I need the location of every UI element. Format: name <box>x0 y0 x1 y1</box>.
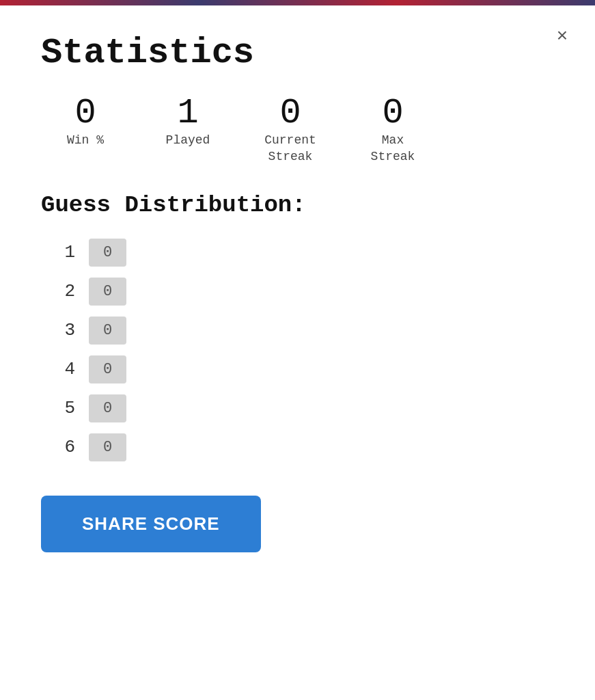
stat-max-streak: 0 Max Streak <box>362 94 424 165</box>
distribution-bar-4: 0 <box>89 355 126 383</box>
distribution-label-5: 5 <box>61 398 75 418</box>
distribution-bar-1: 0 <box>89 239 126 267</box>
distribution-row-6: 6 0 <box>61 433 554 461</box>
distribution-row-2: 2 0 <box>61 278 554 306</box>
close-button[interactable]: × <box>557 26 568 45</box>
distribution-label-3: 3 <box>61 320 75 340</box>
guess-distribution-title: Guess Distribution: <box>41 192 554 218</box>
current-streak-value: 0 <box>279 94 301 133</box>
played-value: 1 <box>177 94 198 133</box>
win-percent-value: 0 <box>74 94 96 133</box>
statistics-modal: × Statistics 0 Win % 1 Played 0 Current … <box>0 5 595 700</box>
top-decorative-bar <box>0 0 595 5</box>
max-streak-label: Max Streak <box>371 133 415 165</box>
distribution-list: 1 0 2 0 3 0 4 0 5 0 6 0 <box>41 239 554 461</box>
stat-win-percent: 0 Win % <box>55 94 116 165</box>
current-streak-label: Current Streak <box>264 133 316 165</box>
distribution-bar-5: 0 <box>89 394 126 422</box>
stat-played: 1 Played <box>157 94 219 165</box>
distribution-bar-6: 0 <box>89 433 126 461</box>
distribution-row-3: 3 0 <box>61 317 554 345</box>
statistics-title: Statistics <box>41 33 554 73</box>
distribution-row-1: 1 0 <box>61 239 554 267</box>
stats-row: 0 Win % 1 Played 0 Current Streak 0 Max … <box>41 94 554 165</box>
distribution-row-4: 4 0 <box>61 355 554 383</box>
distribution-row-5: 5 0 <box>61 394 554 422</box>
distribution-label-6: 6 <box>61 437 75 457</box>
played-label: Played <box>166 133 210 148</box>
win-percent-label: Win % <box>67 133 104 148</box>
distribution-label-2: 2 <box>61 281 75 301</box>
stat-current-streak: 0 Current Streak <box>260 94 321 165</box>
distribution-bar-3: 0 <box>89 317 126 345</box>
distribution-bar-2: 0 <box>89 278 126 306</box>
max-streak-value: 0 <box>382 94 403 133</box>
share-score-button[interactable]: SHARE SCORE <box>41 496 261 552</box>
distribution-label-4: 4 <box>61 359 75 379</box>
distribution-label-1: 1 <box>61 242 75 262</box>
